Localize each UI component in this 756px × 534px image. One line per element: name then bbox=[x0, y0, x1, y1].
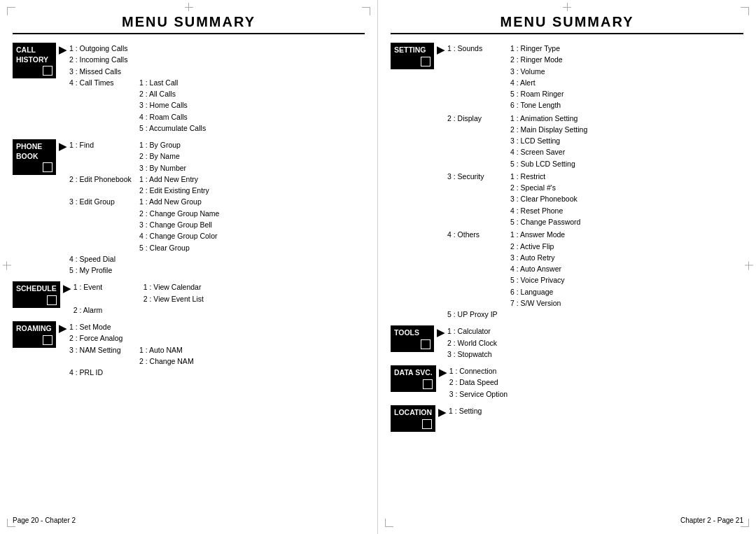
list-item: 1 : Set Mode bbox=[69, 321, 365, 332]
list-item: 2 : Alarm bbox=[74, 304, 365, 316]
corner-tr-r bbox=[741, 7, 749, 15]
left-footer: Page 20 - Chapter 2 bbox=[13, 517, 76, 524]
tools-items: 1 : Calculator 2 : World Clock 3 : Stopw… bbox=[447, 325, 743, 360]
data-svc-label: DATA SVC. bbox=[391, 365, 436, 392]
call-history-label: CALL HISTORY bbox=[13, 43, 56, 78]
section-setting: SETTING ▶ 1 : Sounds 1 : Ringer Type 2 :… bbox=[391, 43, 743, 320]
right-title: Menu Summary bbox=[391, 14, 743, 30]
list-item: 1 : Calculator bbox=[447, 325, 743, 337]
list-item: 1 : Setting bbox=[449, 405, 743, 416]
list-item: 2 : Display 1 : Animation Setting 2 : Ma… bbox=[447, 113, 743, 169]
list-item: 1 : Sounds 1 : Ringer Type 2 : Ringer Mo… bbox=[447, 43, 743, 111]
section-phone-book: PHONE BOOK ▶ 1 : Find 1 : By Group 2 : B… bbox=[13, 139, 365, 276]
left-title-underline bbox=[13, 33, 365, 34]
left-half: Menu Summary CALL HISTORY ▶ 1 : Outgoing… bbox=[0, 0, 378, 534]
list-item: 2 : Force Analog bbox=[69, 332, 365, 344]
list-item: 1 : Connection bbox=[449, 365, 743, 377]
phone-book-label: PHONE BOOK bbox=[13, 139, 56, 175]
section-call-history: CALL HISTORY ▶ 1 : Outgoing Calls 2 : In… bbox=[13, 43, 365, 134]
left-title: Menu Summary bbox=[13, 14, 365, 30]
list-item: 5 : UP Proxy IP bbox=[447, 309, 743, 320]
corner-tl bbox=[7, 7, 15, 15]
setting-icon bbox=[421, 57, 430, 66]
phone-book-items: 1 : Find 1 : By Group 2 : By Name 3 : By… bbox=[69, 139, 365, 276]
list-item: 3 : NAM Setting 1 : Auto NAM 2 : Change … bbox=[69, 344, 365, 367]
section-location: LOCATION ▶ 1 : Setting bbox=[391, 405, 743, 432]
right-title-underline bbox=[391, 33, 743, 34]
list-item: 2 : Data Speed bbox=[449, 377, 743, 388]
setting-label: SETTING bbox=[391, 43, 434, 69]
right-half: Menu Summary SETTING ▶ 1 : Sounds 1 : Ri… bbox=[378, 0, 756, 534]
section-data-svc: DATA SVC. ▶ 1 : Connection 2 : Data Spee… bbox=[391, 365, 743, 400]
data-svc-items: 1 : Connection 2 : Data Speed 3 : Servic… bbox=[449, 365, 743, 400]
list-item: 1 : Find 1 : By Group 2 : By Name 3 : By… bbox=[69, 139, 365, 174]
section-tools: TOOLS ▶ 1 : Calculator 2 : World Clock 3… bbox=[391, 325, 743, 360]
list-item: 2 : Edit Phonebook 1 : Add New Entry 2 :… bbox=[69, 174, 365, 197]
list-item: 3 : Edit Group 1 : Add New Group 2 : Cha… bbox=[69, 196, 365, 253]
list-item: 3 : Missed Calls bbox=[69, 66, 365, 77]
list-item: 1 : Outgoing Calls bbox=[69, 43, 365, 54]
right-footer: Chapter 2 - Page 21 bbox=[680, 517, 743, 524]
data-svc-arrow: ▶ bbox=[439, 365, 447, 379]
list-item: 4 : Call Times 1 : Last Call 2 : All Cal… bbox=[69, 77, 365, 134]
section-roaming: ROAMING ▶ 1 : Set Mode 2 : Force Analog … bbox=[13, 321, 365, 378]
location-arrow: ▶ bbox=[438, 405, 446, 419]
location-icon bbox=[422, 419, 432, 429]
call-history-items: 1 : Outgoing Calls 2 : Incoming Calls 3 … bbox=[69, 43, 365, 134]
schedule-items: 1 : Event 1 : View Calendar 2 : View Eve… bbox=[74, 281, 365, 316]
phone-book-icon bbox=[43, 162, 52, 172]
corner-bl-r bbox=[385, 519, 393, 527]
crosshair-left bbox=[3, 265, 11, 269]
list-item: 3 : Security 1 : Restrict 2 : Special #'… bbox=[447, 171, 743, 227]
tools-icon bbox=[421, 339, 430, 349]
location-items: 1 : Setting bbox=[449, 405, 743, 416]
crosshair-top-r bbox=[563, 3, 571, 8]
page-container: Menu Summary CALL HISTORY ▶ 1 : Outgoing… bbox=[0, 0, 756, 534]
list-item: 2 : Incoming Calls bbox=[69, 54, 365, 65]
list-item: 3 : Service Option bbox=[449, 388, 743, 400]
crosshair-right bbox=[745, 265, 753, 269]
roaming-items: 1 : Set Mode 2 : Force Analog 3 : NAM Se… bbox=[69, 321, 365, 378]
setting-items: 1 : Sounds 1 : Ringer Type 2 : Ringer Mo… bbox=[447, 43, 743, 320]
list-item: 3 : Stopwatch bbox=[447, 349, 743, 360]
schedule-icon bbox=[47, 295, 57, 305]
list-item: 4 : PRL ID bbox=[69, 367, 365, 378]
schedule-label: SCHEDULE bbox=[13, 281, 60, 308]
list-item: 2 : World Clock bbox=[447, 337, 743, 349]
roaming-icon bbox=[43, 335, 52, 345]
phone-book-arrow: ▶ bbox=[59, 139, 66, 153]
corner-tr bbox=[362, 7, 370, 15]
roaming-label: ROAMING bbox=[13, 321, 56, 348]
tools-label: TOOLS bbox=[391, 325, 434, 352]
location-label: LOCATION bbox=[391, 405, 435, 432]
tools-arrow: ▶ bbox=[437, 325, 444, 339]
list-item: 4 : Speed Dial bbox=[69, 253, 365, 265]
list-item: 1 : Event 1 : View Calendar 2 : View Eve… bbox=[74, 281, 365, 304]
list-item: 5 : My Profile bbox=[69, 265, 365, 276]
list-item: 4 : Others 1 : Answer Mode 2 : Active Fl… bbox=[447, 229, 743, 309]
schedule-arrow: ▶ bbox=[63, 281, 71, 295]
call-history-arrow: ▶ bbox=[59, 43, 66, 56]
call-history-icon bbox=[43, 66, 52, 76]
setting-arrow: ▶ bbox=[437, 43, 444, 56]
crosshair-top bbox=[185, 3, 193, 8]
roaming-arrow: ▶ bbox=[59, 321, 66, 335]
section-schedule: SCHEDULE ▶ 1 : Event 1 : View Calendar 2… bbox=[13, 281, 365, 316]
data-svc-icon bbox=[423, 379, 433, 389]
